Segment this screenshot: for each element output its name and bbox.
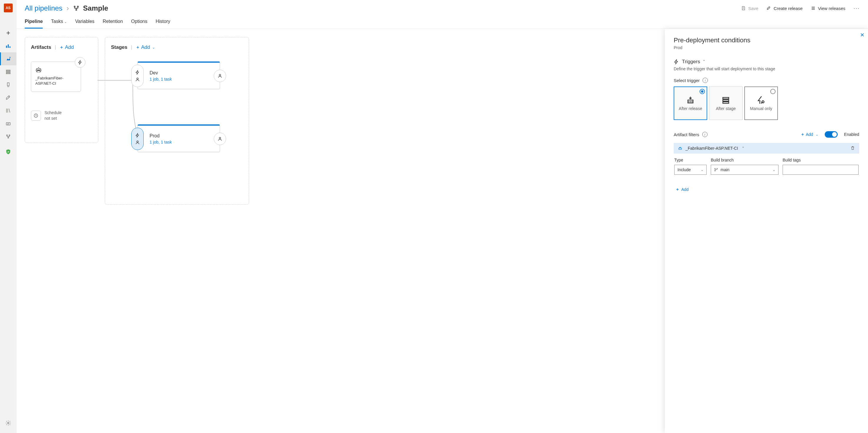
post-deployment-button-dev[interactable] [214, 70, 226, 82]
panel-title: Pre-deployment conditions [674, 36, 859, 44]
select-trigger-label: Select trigger [674, 78, 700, 83]
tab-tasks[interactable]: Tasks⌄ [51, 19, 67, 29]
stage-card-prod[interactable]: Prod 1 job, 1 task [137, 125, 220, 152]
filter-branch-dropdown[interactable]: main ⌄ [711, 165, 778, 175]
list-icon [811, 6, 815, 10]
stage-tasks-link[interactable]: 1 job, 1 task [150, 140, 172, 144]
stage-card-dev[interactable]: Dev 1 job, 1 task [137, 62, 220, 89]
svg-point-20 [136, 78, 138, 79]
svg-rect-32 [679, 148, 681, 149]
artifact-filter-source-bar[interactable]: _FabrikamFiber-ASP.NET-CI ˄ [674, 143, 859, 154]
triggers-section-header[interactable]: Triggers ˄ [674, 59, 859, 65]
manual-only-icon [757, 96, 766, 104]
svg-point-33 [715, 168, 715, 169]
stage-tasks-link[interactable]: 1 job, 1 task [150, 77, 172, 81]
rail-security-icon[interactable] [0, 145, 17, 158]
person-icon [218, 136, 222, 141]
bolt-icon [135, 70, 140, 75]
pipeline-icon [73, 5, 80, 11]
artifacts-title: Artifacts [31, 44, 51, 50]
svg-rect-28 [723, 97, 729, 99]
rail-pipelines-icon[interactable] [0, 78, 17, 91]
build-icon [35, 67, 42, 72]
stage-name: Dev [150, 70, 172, 76]
view-releases-button[interactable]: View releases [811, 6, 845, 11]
rail-overview-icon[interactable] [0, 39, 17, 53]
trigger-after-release[interactable]: After release [674, 87, 707, 120]
rail-taskgroups-icon[interactable] [0, 117, 17, 130]
add-stage-button[interactable]: Add ⌄ [136, 44, 155, 50]
after-release-icon [686, 96, 695, 104]
rail-boards-icon[interactable] [0, 53, 17, 65]
branch-column-label: Build branch [711, 158, 778, 162]
info-icon[interactable]: i [703, 78, 708, 83]
save-button: Save [741, 6, 758, 11]
svg-rect-1 [8, 44, 8, 48]
chevron-up-icon: ˄ [703, 60, 705, 64]
filter-type-dropdown[interactable]: Include ⌄ [674, 165, 707, 175]
panel-stage-name: Prod [674, 45, 859, 50]
rail-settings-icon[interactable] [0, 417, 17, 430]
artifact-filters-toggle[interactable] [825, 131, 838, 138]
svg-point-34 [715, 170, 715, 171]
tab-pipeline[interactable]: Pipeline [25, 19, 43, 29]
person-icon [218, 73, 222, 78]
pre-deployment-button-prod[interactable] [131, 128, 144, 150]
plus-icon [136, 45, 140, 49]
svg-rect-8 [6, 123, 10, 125]
svg-point-21 [219, 74, 220, 76]
rail-library-icon[interactable] [0, 104, 17, 117]
svg-rect-6 [6, 73, 10, 74]
schedule-info[interactable]: Schedule not set [31, 110, 92, 121]
delete-filter-icon[interactable] [850, 145, 855, 151]
artifact-card[interactable]: _FabrikamFiber-ASP.NET-CI [31, 62, 81, 92]
trigger-manual-only[interactable]: Manual only [744, 87, 778, 120]
left-nav-rail: AS [0, 0, 17, 433]
rail-repos-icon[interactable] [0, 65, 17, 78]
tab-options[interactable]: Options [131, 19, 147, 29]
rail-rocket-icon[interactable] [0, 91, 17, 104]
person-icon [135, 77, 140, 82]
info-icon[interactable]: i [702, 132, 708, 137]
rail-deployment-icon[interactable] [0, 130, 17, 143]
post-deployment-button-prod[interactable] [214, 133, 226, 145]
type-column-label: Type [674, 158, 707, 162]
svg-rect-29 [723, 100, 729, 101]
chevron-down-icon: ⌄ [152, 45, 155, 49]
close-panel-button[interactable]: ✕ [860, 32, 865, 38]
plus-icon [60, 45, 64, 49]
artifacts-column: Artifacts | Add _FabrikamFiber-ASP.NET-C… [25, 37, 98, 143]
svg-rect-30 [723, 102, 729, 103]
svg-point-22 [136, 141, 138, 142]
svg-point-23 [219, 137, 220, 138]
add-filter-row-button[interactable]: Add [674, 185, 690, 194]
plus-icon [676, 188, 680, 192]
svg-rect-26 [690, 101, 691, 102]
radio-indicator [700, 89, 705, 94]
trigger-after-stage[interactable]: After stage [709, 87, 743, 120]
add-artifact-filter-button[interactable]: Add ⌄ [801, 132, 818, 137]
svg-point-11 [8, 137, 8, 138]
tags-column-label: Build tags [783, 158, 859, 162]
breadcrumb-root[interactable]: All pipelines [25, 4, 62, 12]
svg-point-10 [9, 135, 10, 136]
create-release-button[interactable]: Create release [767, 6, 802, 11]
tab-variables[interactable]: Variables [75, 19, 94, 29]
svg-point-13 [74, 6, 75, 7]
chevron-down-icon: ⌄ [701, 168, 704, 172]
pre-deployment-button-dev[interactable] [131, 65, 144, 87]
tab-retention[interactable]: Retention [103, 19, 123, 29]
tab-history[interactable]: History [155, 19, 170, 29]
rocket-icon [767, 6, 771, 10]
stages-title: Stages [111, 44, 127, 50]
add-artifact-button[interactable]: Add [60, 44, 73, 50]
rail-add-icon[interactable] [0, 27, 17, 39]
clock-icon [31, 110, 41, 121]
bolt-icon [78, 60, 83, 65]
radio-indicator [770, 89, 776, 94]
filter-tags-input[interactable] [783, 165, 859, 175]
more-menu-icon[interactable]: ··· [854, 5, 860, 11]
chevron-down-icon: ⌄ [815, 133, 818, 136]
artifact-trigger-badge[interactable] [75, 57, 85, 68]
project-avatar[interactable]: AS [4, 3, 13, 12]
